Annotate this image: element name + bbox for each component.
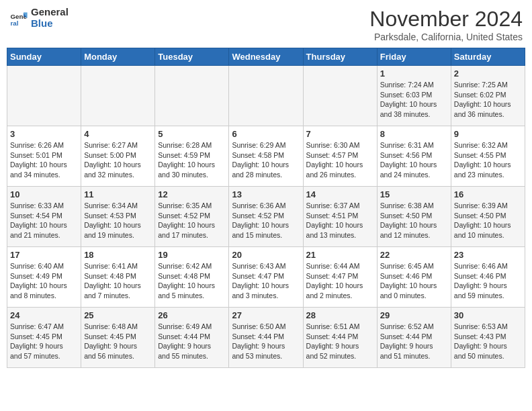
day-info: Sunrise: 6:35 AM Sunset: 4:52 PM Dayligh… xyxy=(158,201,226,240)
logo-text: General Blue xyxy=(31,7,69,29)
day-number: 26 xyxy=(158,310,226,320)
day-info: Sunrise: 6:26 AM Sunset: 5:01 PM Dayligh… xyxy=(10,140,78,180)
calendar-cell: 16Sunrise: 6:39 AM Sunset: 4:50 PM Dayli… xyxy=(451,187,525,247)
calendar-table: SundayMondayTuesdayWednesdayThursdayFrid… xyxy=(7,48,525,368)
calendar-cell: 7Sunrise: 6:30 AM Sunset: 4:57 PM Daylig… xyxy=(303,126,377,187)
day-info: Sunrise: 6:44 AM Sunset: 4:47 PM Dayligh… xyxy=(306,261,374,301)
day-info: Sunrise: 6:27 AM Sunset: 5:00 PM Dayligh… xyxy=(84,140,152,180)
day-info: Sunrise: 6:30 AM Sunset: 4:57 PM Dayligh… xyxy=(306,140,374,180)
weekday-tuesday: Tuesday xyxy=(155,48,229,66)
calendar-cell: 6Sunrise: 6:29 AM Sunset: 4:58 PM Daylig… xyxy=(229,126,303,187)
calendar-cell: 1Sunrise: 7:24 AM Sunset: 6:03 PM Daylig… xyxy=(377,66,451,126)
day-info: Sunrise: 7:25 AM Sunset: 6:02 PM Dayligh… xyxy=(454,80,522,120)
day-number: 24 xyxy=(10,310,78,320)
day-number: 15 xyxy=(380,189,448,199)
calendar-cell: 14Sunrise: 6:37 AM Sunset: 4:51 PM Dayli… xyxy=(303,187,377,247)
calendar-cell: 11Sunrise: 6:34 AM Sunset: 4:53 PM Dayli… xyxy=(81,187,155,247)
day-info: Sunrise: 6:36 AM Sunset: 4:52 PM Dayligh… xyxy=(232,201,300,240)
day-number: 11 xyxy=(84,189,152,199)
day-number: 18 xyxy=(84,250,152,260)
calendar-cell: 29Sunrise: 6:52 AM Sunset: 4:44 PM Dayli… xyxy=(377,308,451,368)
calendar-week-5: 24Sunrise: 6:47 AM Sunset: 4:45 PM Dayli… xyxy=(7,308,525,368)
weekday-wednesday: Wednesday xyxy=(229,48,303,66)
day-number: 16 xyxy=(454,189,522,199)
day-info: Sunrise: 6:32 AM Sunset: 4:55 PM Dayligh… xyxy=(454,140,522,180)
day-number: 28 xyxy=(306,310,374,320)
day-info: Sunrise: 6:49 AM Sunset: 4:44 PM Dayligh… xyxy=(158,322,226,361)
day-number: 12 xyxy=(158,189,226,199)
day-info: Sunrise: 6:34 AM Sunset: 4:53 PM Dayligh… xyxy=(84,201,152,240)
calendar-cell xyxy=(303,66,377,126)
day-number: 14 xyxy=(306,189,374,199)
calendar-week-3: 10Sunrise: 6:33 AM Sunset: 4:54 PM Dayli… xyxy=(7,187,525,247)
day-number: 6 xyxy=(232,129,300,139)
day-number: 3 xyxy=(10,129,78,139)
weekday-saturday: Saturday xyxy=(451,48,525,66)
day-number: 21 xyxy=(306,250,374,260)
weekday-monday: Monday xyxy=(81,48,155,66)
calendar-cell: 24Sunrise: 6:47 AM Sunset: 4:45 PM Dayli… xyxy=(7,308,81,368)
page-title: November 2024 xyxy=(369,7,523,32)
calendar-cell: 19Sunrise: 6:42 AM Sunset: 4:48 PM Dayli… xyxy=(155,247,229,308)
weekday-thursday: Thursday xyxy=(303,48,377,66)
calendar-cell: 10Sunrise: 6:33 AM Sunset: 4:54 PM Dayli… xyxy=(7,187,81,247)
day-number: 5 xyxy=(158,129,226,139)
calendar-cell: 17Sunrise: 6:40 AM Sunset: 4:49 PM Dayli… xyxy=(7,247,81,308)
calendar-cell: 28Sunrise: 6:51 AM Sunset: 4:44 PM Dayli… xyxy=(303,308,377,368)
day-number: 27 xyxy=(232,310,300,320)
logo: Gene ral General Blue xyxy=(9,7,69,29)
day-number: 23 xyxy=(454,250,522,260)
day-info: Sunrise: 7:24 AM Sunset: 6:03 PM Dayligh… xyxy=(380,80,448,120)
day-number: 1 xyxy=(380,68,448,79)
day-info: Sunrise: 6:53 AM Sunset: 4:43 PM Dayligh… xyxy=(454,322,522,361)
day-number: 29 xyxy=(380,310,448,320)
day-info: Sunrise: 6:33 AM Sunset: 4:54 PM Dayligh… xyxy=(10,201,78,240)
day-number: 19 xyxy=(158,250,226,260)
day-number: 22 xyxy=(380,250,448,260)
calendar-cell: 27Sunrise: 6:50 AM Sunset: 4:44 PM Dayli… xyxy=(229,308,303,368)
day-info: Sunrise: 6:38 AM Sunset: 4:50 PM Dayligh… xyxy=(380,201,448,240)
calendar-week-2: 3Sunrise: 6:26 AM Sunset: 5:01 PM Daylig… xyxy=(7,126,525,187)
header: Gene ral General Blue November 2024 Park… xyxy=(7,7,525,42)
day-info: Sunrise: 6:43 AM Sunset: 4:47 PM Dayligh… xyxy=(232,261,300,301)
day-number: 9 xyxy=(454,129,522,139)
calendar-header: SundayMondayTuesdayWednesdayThursdayFrid… xyxy=(7,48,525,66)
day-number: 30 xyxy=(454,310,522,320)
day-info: Sunrise: 6:40 AM Sunset: 4:49 PM Dayligh… xyxy=(10,261,78,301)
calendar-cell: 12Sunrise: 6:35 AM Sunset: 4:52 PM Dayli… xyxy=(155,187,229,247)
day-number: 13 xyxy=(232,189,300,199)
day-number: 10 xyxy=(10,189,78,199)
calendar-cell: 18Sunrise: 6:41 AM Sunset: 4:48 PM Dayli… xyxy=(81,247,155,308)
day-info: Sunrise: 6:37 AM Sunset: 4:51 PM Dayligh… xyxy=(306,201,374,240)
calendar-cell: 13Sunrise: 6:36 AM Sunset: 4:52 PM Dayli… xyxy=(229,187,303,247)
day-info: Sunrise: 6:45 AM Sunset: 4:46 PM Dayligh… xyxy=(380,261,448,301)
calendar-cell: 8Sunrise: 6:31 AM Sunset: 4:56 PM Daylig… xyxy=(377,126,451,187)
calendar-cell: 3Sunrise: 6:26 AM Sunset: 5:01 PM Daylig… xyxy=(7,126,81,187)
day-info: Sunrise: 6:46 AM Sunset: 4:46 PM Dayligh… xyxy=(454,261,522,301)
weekday-header-row: SundayMondayTuesdayWednesdayThursdayFrid… xyxy=(7,48,525,66)
day-number: 7 xyxy=(306,129,374,139)
calendar-cell: 21Sunrise: 6:44 AM Sunset: 4:47 PM Dayli… xyxy=(303,247,377,308)
calendar-cell: 22Sunrise: 6:45 AM Sunset: 4:46 PM Dayli… xyxy=(377,247,451,308)
calendar-cell: 30Sunrise: 6:53 AM Sunset: 4:43 PM Dayli… xyxy=(451,308,525,368)
svg-text:ral: ral xyxy=(10,19,18,27)
weekday-friday: Friday xyxy=(377,48,451,66)
day-info: Sunrise: 6:31 AM Sunset: 4:56 PM Dayligh… xyxy=(380,140,448,180)
day-info: Sunrise: 6:52 AM Sunset: 4:44 PM Dayligh… xyxy=(380,322,448,361)
day-number: 4 xyxy=(84,129,152,139)
calendar-cell: 15Sunrise: 6:38 AM Sunset: 4:50 PM Dayli… xyxy=(377,187,451,247)
page-subtitle: Parksdale, California, United States xyxy=(369,32,523,42)
day-info: Sunrise: 6:48 AM Sunset: 4:45 PM Dayligh… xyxy=(84,322,152,361)
weekday-sunday: Sunday xyxy=(7,48,81,66)
calendar-cell: 26Sunrise: 6:49 AM Sunset: 4:44 PM Dayli… xyxy=(155,308,229,368)
day-info: Sunrise: 6:28 AM Sunset: 4:59 PM Dayligh… xyxy=(158,140,226,180)
calendar-cell xyxy=(81,66,155,126)
calendar-week-1: 1Sunrise: 7:24 AM Sunset: 6:03 PM Daylig… xyxy=(7,66,525,126)
day-number: 25 xyxy=(84,310,152,320)
calendar-week-4: 17Sunrise: 6:40 AM Sunset: 4:49 PM Dayli… xyxy=(7,247,525,308)
day-info: Sunrise: 6:50 AM Sunset: 4:44 PM Dayligh… xyxy=(232,322,300,361)
day-number: 20 xyxy=(232,250,300,260)
day-info: Sunrise: 6:47 AM Sunset: 4:45 PM Dayligh… xyxy=(10,322,78,361)
title-area: November 2024 Parksdale, California, Uni… xyxy=(369,7,523,42)
calendar-cell xyxy=(7,66,81,126)
